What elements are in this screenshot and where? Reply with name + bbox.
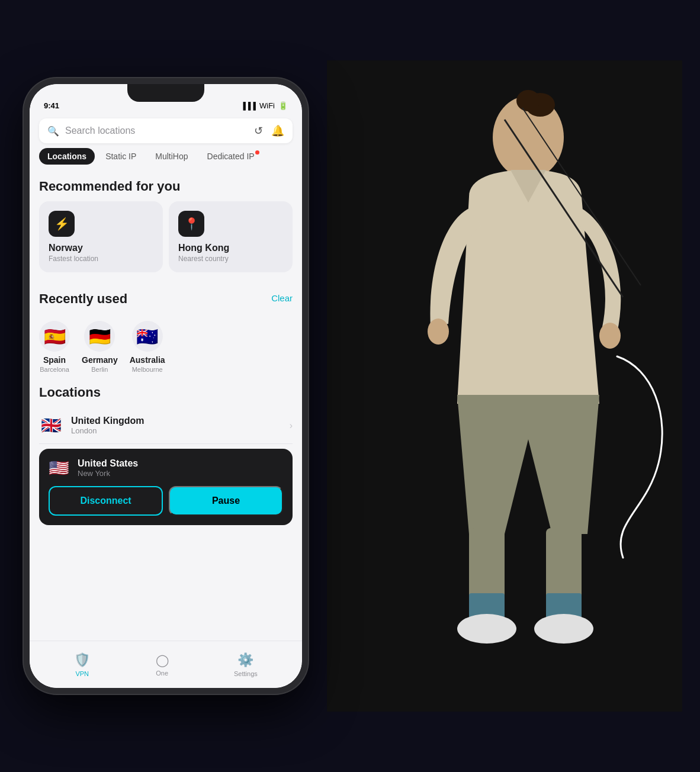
uk-flag: 🇬🇧 <box>39 417 63 435</box>
settings-icon: ⚙️ <box>237 652 253 668</box>
recent-item-australia[interactable]: 🇦🇺 Australia Melbourne <box>130 321 165 373</box>
search-placeholder[interactable]: Search locations <box>65 126 248 136</box>
australia-country: Australia <box>130 355 165 365</box>
germany-country: Germany <box>82 355 118 365</box>
scene: 9:41 ▐▐▐ WiFi 🔋 🔍 Search locations ↺ 🔔 <box>0 0 700 772</box>
wifi-icon: WiFi <box>259 101 275 110</box>
settings-label: Settings <box>234 670 258 677</box>
recent-row: 🇪🇸 Spain Barcelona 🇩🇪 Germany Berlin <box>39 321 293 373</box>
norway-sub: Fastest location <box>49 255 153 263</box>
norway-icon: ⚡ <box>49 211 75 237</box>
one-label: One <box>156 670 168 677</box>
norway-country: Norway <box>49 243 153 253</box>
search-actions: ↺ 🔔 <box>254 124 284 137</box>
australia-city: Melbourne <box>132 366 163 373</box>
tabs-row: Locations Static IP MultiHop Dedicated I… <box>30 148 302 165</box>
vpn-icon: 🛡️ <box>74 652 90 668</box>
signal-icon: ▐▐▐ <box>240 102 256 110</box>
action-buttons: Disconnect Pause <box>49 486 283 516</box>
svg-point-3 <box>516 90 540 111</box>
us-flag: 🇺🇸 <box>49 458 69 478</box>
us-country: United States <box>78 458 138 469</box>
person-illustration <box>327 60 682 712</box>
spain-city: Barcelona <box>40 366 69 373</box>
recent-item-germany[interactable]: 🇩🇪 Germany Berlin <box>82 321 118 373</box>
clear-button[interactable]: Clear <box>271 293 293 303</box>
pause-button[interactable]: Pause <box>169 486 283 516</box>
uk-city: London <box>71 426 281 435</box>
scroll-content[interactable]: Recommended for you ⚡ Norway Fastest loc… <box>30 169 302 641</box>
connected-section: 🇺🇸 United States New York Disconnect Pau… <box>39 449 293 525</box>
us-city: New York <box>78 469 138 478</box>
nav-one[interactable]: ◯ One <box>156 653 169 677</box>
one-icon: ◯ <box>156 653 169 667</box>
search-bar[interactable]: 🔍 Search locations ↺ 🔔 <box>39 118 293 143</box>
recently-header: Recently used Clear <box>39 282 293 314</box>
vpn-label: VPN <box>75 670 89 677</box>
hongkong-country: Hong Kong <box>178 243 283 253</box>
svg-point-11 <box>534 614 593 644</box>
rec-card-hongkong[interactable]: 📍 Hong Kong Nearest country <box>169 201 293 272</box>
bottom-nav: 🛡️ VPN ◯ One ⚙️ Settings <box>30 641 302 688</box>
status-icons: ▐▐▐ WiFi 🔋 <box>240 101 288 110</box>
locations-title: Locations <box>39 385 293 400</box>
germany-city: Berlin <box>91 366 108 373</box>
battery-icon: 🔋 <box>278 101 288 110</box>
svg-point-10 <box>457 614 516 644</box>
location-item-uk[interactable]: 🇬🇧 United Kingdom London › <box>39 407 293 444</box>
spain-flag: 🇪🇸 <box>39 321 70 352</box>
search-icon: 🔍 <box>47 126 59 137</box>
phone-screen: 9:41 ▐▐▐ WiFi 🔋 🔍 Search locations ↺ 🔔 <box>30 84 302 688</box>
hongkong-sub: Nearest country <box>178 255 283 263</box>
spain-country: Spain <box>43 355 66 365</box>
germany-flag: 🇩🇪 <box>84 321 115 352</box>
connected-item[interactable]: 🇺🇸 United States New York <box>49 458 283 478</box>
tab-static-ip[interactable]: Static IP <box>97 148 145 165</box>
australia-flag: 🇦🇺 <box>132 321 163 352</box>
uk-country: United Kingdom <box>71 416 281 426</box>
hongkong-icon: 📍 <box>178 211 204 237</box>
tab-multihop[interactable]: MultiHop <box>147 148 196 165</box>
us-info: United States New York <box>78 458 138 478</box>
activity-icon[interactable]: ↺ <box>254 124 263 137</box>
phone-notch <box>127 84 204 102</box>
uk-info: United Kingdom London <box>71 416 281 435</box>
status-time: 9:41 <box>44 101 59 110</box>
recently-used-title: Recently used <box>39 291 127 307</box>
dedicated-ip-dot <box>255 150 259 155</box>
disconnect-button[interactable]: Disconnect <box>49 486 163 516</box>
person-area <box>309 0 700 772</box>
rec-card-norway[interactable]: ⚡ Norway Fastest location <box>39 201 163 272</box>
recent-item-spain[interactable]: 🇪🇸 Spain Barcelona <box>39 321 70 373</box>
tab-dedicated-ip[interactable]: Dedicated IP <box>199 148 263 165</box>
recommended-grid: ⚡ Norway Fastest location 📍 Hong Kong Ne… <box>39 201 293 272</box>
nav-vpn[interactable]: 🛡️ VPN <box>74 652 90 677</box>
phone-frame: 9:41 ▐▐▐ WiFi 🔋 🔍 Search locations ↺ 🔔 <box>24 78 308 694</box>
bell-icon[interactable]: 🔔 <box>271 124 284 137</box>
recommended-title: Recommended for you <box>39 179 293 194</box>
svg-point-4 <box>428 319 449 345</box>
svg-point-5 <box>599 323 621 349</box>
nav-settings[interactable]: ⚙️ Settings <box>234 652 258 677</box>
tab-locations[interactable]: Locations <box>39 148 95 165</box>
uk-chevron: › <box>290 420 293 431</box>
